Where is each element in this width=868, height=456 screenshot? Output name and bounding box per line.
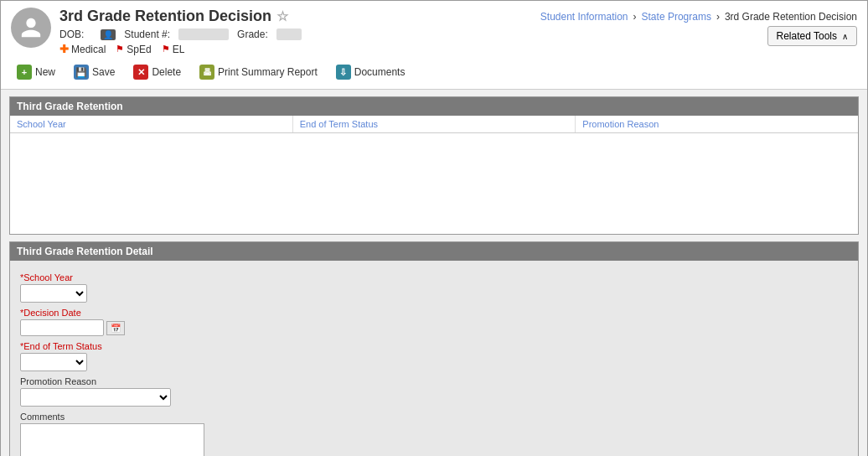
delete-icon: ✕ <box>133 65 148 80</box>
medical-tag: ✚ Medical <box>59 43 106 55</box>
comments-label: Comments <box>20 412 848 422</box>
promotion-reason-label: Promotion Reason <box>20 376 848 386</box>
el-flag-icon: ⚑ <box>162 44 170 54</box>
retention-detail-section: Third Grade Retention Detail *School Yea… <box>9 241 859 456</box>
student-num-label: Student #: <box>124 28 170 40</box>
chevron-up-icon: ∧ <box>842 32 848 41</box>
retention-table-section: Third Grade Retention School Year End of… <box>9 96 859 235</box>
breadcrumb-student-info[interactable]: Student Information <box>540 11 628 23</box>
breadcrumb-current: 3rd Grade Retention Decision <box>725 11 857 23</box>
detail-body: *School Year *Decision Date 📅 * <box>10 261 858 456</box>
el-tag: ⚑ EL <box>162 44 185 55</box>
school-year-select[interactable] <box>20 284 87 303</box>
page-title: 3rd Grade Retention Decision ☆ <box>59 8 540 25</box>
toolbar: + New 💾 Save ✕ Delete 🖶 Print Summary Re… <box>1 55 867 90</box>
new-icon: + <box>17 65 32 80</box>
related-tools-button[interactable]: Related Tools ∧ <box>767 26 858 46</box>
retention-table-header: Third Grade Retention <box>10 97 858 116</box>
favorite-icon[interactable]: ☆ <box>276 8 288 24</box>
save-icon: 💾 <box>74 65 89 80</box>
promotion-reason-select[interactable] <box>20 388 171 407</box>
grade-label: Grade: <box>237 28 268 40</box>
end-of-term-label: *End of Term Status <box>20 341 848 351</box>
table-columns: School Year End of Term Status Promotion… <box>10 116 858 133</box>
breadcrumb-state-programs[interactable]: State Programs <box>642 11 711 23</box>
student-avatar <box>11 8 51 48</box>
school-year-label: *School Year <box>20 272 848 282</box>
breadcrumb: Student Information › State Programs › 3… <box>540 11 857 23</box>
delete-button[interactable]: ✕ Delete <box>126 60 189 84</box>
print-button[interactable]: 🖶 Print Summary Report <box>192 60 325 84</box>
save-button[interactable]: 💾 Save <box>66 60 122 84</box>
sped-tag: ⚑ SpEd <box>116 44 151 55</box>
table-body <box>10 133 858 234</box>
sped-flag-icon: ⚑ <box>116 44 124 54</box>
retention-table: School Year End of Term Status Promotion… <box>10 116 858 234</box>
print-icon: 🖶 <box>199 65 214 80</box>
documents-button[interactable]: ⇩ Documents <box>328 60 413 84</box>
end-of-term-select[interactable] <box>20 353 87 371</box>
col-end-of-term[interactable]: End of Term Status <box>293 116 576 132</box>
calendar-button[interactable]: 📅 <box>106 321 125 335</box>
col-promotion-reason[interactable]: Promotion Reason <box>576 116 858 132</box>
documents-icon: ⇩ <box>336 65 351 80</box>
calendar-icon: 📅 <box>111 324 121 333</box>
student-id-icon: 👤 <box>101 29 116 40</box>
student-num-value <box>178 28 229 40</box>
decision-date-label: *Decision Date <box>20 308 848 318</box>
new-button[interactable]: + New <box>9 60 63 84</box>
decision-date-input[interactable] <box>20 319 104 336</box>
retention-detail-header: Third Grade Retention Detail <box>10 242 858 261</box>
dob-label: DOB: <box>59 28 84 40</box>
medical-icon: ✚ <box>59 43 69 55</box>
col-school-year[interactable]: School Year <box>10 116 293 132</box>
comments-textarea[interactable] <box>20 423 204 456</box>
grade-value <box>276 28 302 40</box>
